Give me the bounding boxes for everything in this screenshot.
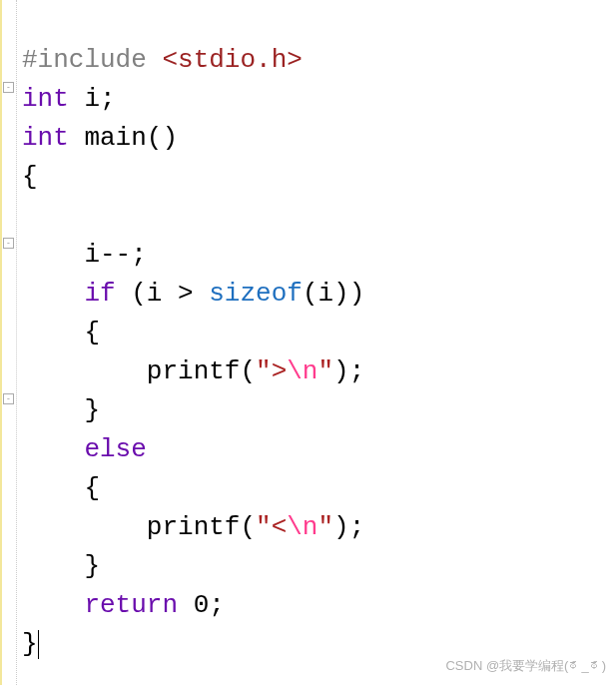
fold-main-icon[interactable]: - bbox=[3, 82, 14, 93]
line-3: int main() bbox=[22, 123, 178, 153]
line-11: else bbox=[22, 434, 147, 464]
int-keyword: int bbox=[22, 123, 69, 153]
header-name: <stdio.h> bbox=[162, 45, 302, 75]
line-2: int i; bbox=[22, 84, 116, 114]
line-7: if (i > sizeof(i)) bbox=[22, 279, 364, 309]
line-6: i--; bbox=[22, 240, 147, 270]
gutter: - - - bbox=[0, 0, 17, 685]
i-decl: i; bbox=[69, 84, 116, 114]
return-keyword: return bbox=[22, 590, 178, 620]
brace-close: } bbox=[22, 629, 38, 659]
line-8: { bbox=[22, 318, 100, 347]
line-9: printf(">\n"); bbox=[22, 356, 364, 386]
sizeof-keyword: sizeof bbox=[209, 279, 303, 309]
main-decl: main() bbox=[69, 123, 178, 153]
line-10: } bbox=[22, 395, 100, 425]
line-13: printf("<\n"); bbox=[22, 512, 364, 542]
watermark: CSDN @我要学编程(ಥ_ಥ) bbox=[445, 656, 606, 676]
line-12: { bbox=[22, 473, 100, 503]
i-decrement: i--; bbox=[22, 240, 147, 270]
line-15: return 0; bbox=[22, 590, 225, 620]
line-16: } bbox=[22, 629, 39, 659]
cursor-icon bbox=[38, 630, 39, 659]
line-4: { bbox=[22, 162, 38, 192]
code-editor[interactable]: #include <stdio.h> int i; int main() { i… bbox=[0, 0, 616, 664]
else-keyword: else bbox=[22, 434, 147, 464]
fold-else-icon[interactable]: - bbox=[3, 393, 14, 404]
line-1: #include <stdio.h> bbox=[22, 45, 303, 75]
int-keyword: int bbox=[22, 84, 69, 114]
preprocessor: #include bbox=[22, 45, 147, 75]
if-keyword: if bbox=[22, 279, 116, 309]
fold-if-icon[interactable]: - bbox=[3, 238, 14, 249]
line-14: } bbox=[22, 551, 100, 581]
brace-open: { bbox=[22, 162, 38, 192]
